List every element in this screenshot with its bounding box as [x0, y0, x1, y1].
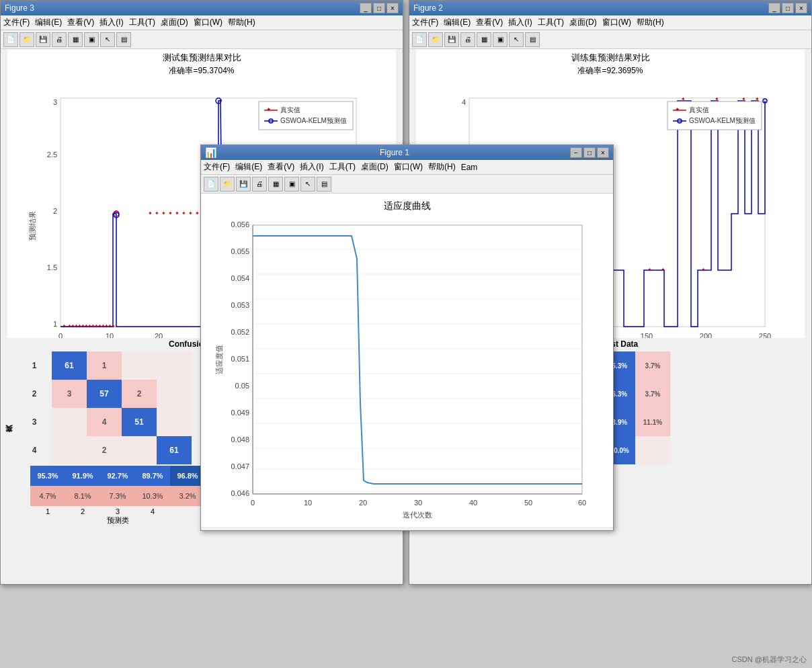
fig2-maximize[interactable]: □	[782, 3, 794, 13]
cm-10: 3	[52, 380, 87, 408]
cm-33: 61	[157, 436, 192, 464]
fig2-menu-insert[interactable]: 插入(I)	[508, 17, 532, 28]
svg-text:3: 3	[53, 98, 57, 106]
fig1-menu-edit[interactable]: 编辑(E)	[235, 161, 262, 173]
tb-cursor[interactable]: ↖	[100, 32, 115, 47]
fig1-menu-window[interactable]: 窗口(W)	[394, 161, 423, 173]
svg-text:✦: ✦	[647, 267, 652, 273]
fig1-titlebar: 📊 Figure 1 − □ ×	[201, 145, 613, 160]
fig3-title: Figure 3	[5, 3, 34, 13]
cm-y1: 1	[17, 351, 52, 380]
fig3-menu-help[interactable]: 帮助(H)	[228, 17, 255, 28]
fig2-menu-edit[interactable]: 编辑(E)	[444, 17, 471, 28]
fig2-menu-file[interactable]: 文件(F)	[412, 17, 438, 28]
fig1-menu-view[interactable]: 查看(V)	[268, 161, 294, 173]
cm-02	[122, 351, 157, 380]
fig3-menu-edit[interactable]: 编辑(E)	[35, 17, 62, 28]
tb1-zoom[interactable]: ▦	[268, 177, 283, 192]
svg-text:20: 20	[358, 499, 366, 507]
svg-text:200: 200	[700, 332, 712, 338]
tb-new[interactable]: 📄	[3, 32, 18, 47]
cm-03	[157, 351, 192, 380]
tb1-print[interactable]: 🖨	[252, 177, 267, 192]
fig1-toolbar: 📄 📁 💾 🖨 ▦ ▣ ↖ ▤	[201, 175, 613, 194]
pct-24: 10.3%	[135, 486, 170, 506]
svg-rect-94	[253, 225, 582, 494]
tb2-save[interactable]: 💾	[444, 32, 459, 47]
svg-text:✦: ✦	[161, 210, 166, 216]
svg-text:20: 20	[155, 332, 163, 338]
tb1-cursor[interactable]: ↖	[300, 177, 315, 192]
fig1-maximize[interactable]: □	[583, 147, 596, 158]
fig3-menu-desktop[interactable]: 桌面(D)	[161, 17, 188, 28]
svg-text:真实值: 真实值	[689, 106, 709, 114]
fig2-menu-view[interactable]: 查看(V)	[476, 17, 503, 28]
fig1-icon: 📊	[205, 147, 216, 158]
tb2-pan[interactable]: ▤	[525, 32, 540, 47]
fig2-menu-window[interactable]: 窗口(W)	[602, 17, 631, 28]
fig3-menu-insert[interactable]: 插入(I)	[99, 17, 123, 28]
tb1-new[interactable]: 📄	[204, 177, 218, 192]
tb-zoom2[interactable]: ▣	[84, 32, 99, 47]
svg-text:迭代次数: 迭代次数	[403, 511, 432, 519]
tb2-print[interactable]: 🖨	[460, 32, 475, 47]
fig3-x-axis-label: 预测类	[30, 515, 205, 526]
fig1-menu-insert[interactable]: 插入(I)	[300, 161, 323, 173]
fig3-menu-view[interactable]: 查看(V)	[67, 17, 94, 28]
fig1-controls[interactable]: − □ ×	[570, 147, 609, 158]
fig1-close[interactable]: ×	[597, 147, 609, 158]
svg-text:0.051: 0.051	[231, 355, 249, 363]
fig3-menu-window[interactable]: 窗口(W)	[194, 17, 222, 28]
svg-text:0: 0	[58, 332, 63, 338]
tb2-new[interactable]: 📄	[412, 32, 427, 47]
tb-open[interactable]: 📁	[19, 32, 34, 47]
tb2-cursor[interactable]: ↖	[509, 32, 524, 47]
tb1-zoom2[interactable]: ▣	[284, 177, 299, 192]
cm-row-1: 2 3 57 2	[17, 380, 192, 408]
fig1-chart-title: 适应度曲线	[204, 196, 610, 215]
fig2-menu-desktop[interactable]: 桌面(D)	[569, 17, 597, 28]
fig2-menu-tools[interactable]: 工具(T)	[538, 17, 564, 28]
cm-12: 2	[122, 380, 157, 408]
fig1-svg: 0.046 0.047 0.048 0.049 0.05 0.051 0.052…	[212, 215, 602, 524]
fig1-title: Figure 1	[380, 148, 409, 157]
fig1-menu-help[interactable]: 帮助(H)	[428, 161, 456, 173]
fig1-menu-tools[interactable]: 工具(T)	[329, 161, 356, 173]
tb2-zoom2[interactable]: ▣	[493, 32, 508, 47]
fig1-minimize[interactable]: −	[570, 147, 582, 158]
tb-zoom[interactable]: ▦	[68, 32, 83, 47]
fig2-minimize[interactable]: _	[768, 3, 780, 13]
fig3-menu-file[interactable]: 文件(F)	[3, 17, 30, 28]
tb-save[interactable]: 💾	[36, 32, 50, 47]
tb1-save[interactable]: 💾	[236, 177, 251, 192]
cm-30	[52, 436, 87, 464]
cm-21: 4	[87, 408, 122, 436]
fig3-chart-title: 测试集预测结果对比	[7, 49, 396, 65]
fig1-menu-extra[interactable]: Eam	[461, 163, 478, 172]
tb1-open[interactable]: 📁	[220, 177, 235, 192]
tb2-open[interactable]: 📁	[428, 32, 443, 47]
fig2-menu-help[interactable]: 帮助(H)	[637, 17, 664, 28]
tb-print[interactable]: 🖨	[52, 32, 67, 47]
fig2-close[interactable]: ×	[795, 3, 807, 13]
fig1-menu-file[interactable]: 文件(F)	[204, 161, 230, 173]
fig1-menu-desktop[interactable]: 桌面(D)	[361, 161, 389, 173]
fig3-toolbar: 📄 📁 💾 🖨 ▦ ▣ ↖ ▤	[1, 30, 403, 49]
fig3-menu-tools[interactable]: 工具(T)	[129, 17, 155, 28]
cm-01: 1	[87, 351, 122, 380]
fig2-controls[interactable]: _ □ ×	[768, 3, 807, 13]
svg-text:0.052: 0.052	[231, 328, 249, 336]
svg-text:10: 10	[303, 499, 311, 507]
fig3-close[interactable]: ×	[387, 3, 399, 13]
cm-13	[157, 380, 192, 408]
tb-pan[interactable]: ▤	[116, 32, 131, 47]
fig3-maximize[interactable]: □	[373, 3, 385, 13]
tb1-pan[interactable]: ▤	[317, 177, 331, 192]
svg-text:预测结果: 预测结果	[28, 211, 36, 241]
fig3-minimize[interactable]: _	[360, 3, 372, 13]
fig3-controls[interactable]: _ □ ×	[360, 3, 399, 13]
svg-text:50: 50	[524, 499, 532, 507]
tb2-zoom[interactable]: ▦	[477, 32, 491, 47]
fig3-titlebar: Figure 3 _ □ ×	[1, 1, 403, 15]
svg-text:真实值: 真实值	[280, 106, 300, 114]
